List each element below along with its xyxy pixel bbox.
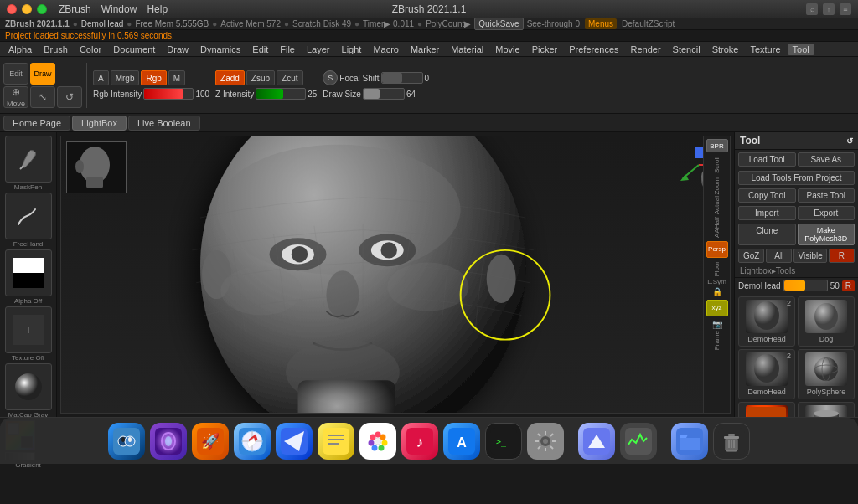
menu-brush[interactable]: Brush <box>39 44 73 55</box>
visible-button[interactable]: Visible <box>793 249 826 263</box>
l-sym-button[interactable]: L.Sym <box>707 278 726 285</box>
dock-activity-monitor[interactable] <box>620 423 657 460</box>
menu-preferences[interactable]: Preferences <box>564 44 623 55</box>
menu-texture[interactable]: Texture <box>745 44 785 55</box>
app-menu-zbrush[interactable]: ZBrush <box>59 3 91 15</box>
xyz-button[interactable]: xyz <box>706 300 728 316</box>
close-button[interactable] <box>7 4 17 14</box>
tab-live-boolean[interactable]: Live Boolean <box>128 116 200 131</box>
export-button[interactable]: Export <box>798 206 855 220</box>
maximize-button[interactable] <box>37 4 47 14</box>
zcut-button[interactable]: Zcut <box>277 70 302 85</box>
menu-tool[interactable]: Tool <box>788 44 814 55</box>
scale-button[interactable]: ⤡ <box>30 86 55 108</box>
tool-item-demohead2[interactable]: 2 DemoHead <box>738 349 795 399</box>
dock-terminal[interactable]: >_ <box>485 423 522 460</box>
symmetry-button[interactable]: S <box>323 70 338 85</box>
clone-button[interactable]: Clone <box>738 224 796 245</box>
viewport[interactable]: BPR Scroll Zoom Actual AAHalf Persp Floo… <box>60 136 731 414</box>
tab-homepage[interactable]: Home Page <box>3 116 70 131</box>
menu-layer[interactable]: Layer <box>302 44 335 55</box>
make-polymesh-button[interactable]: Make PolyMesh3D <box>798 224 855 245</box>
goz-button[interactable]: GoZ <box>738 249 764 263</box>
dock-safari[interactable] <box>234 423 271 460</box>
aahalf-button[interactable]: AAHalf <box>713 217 721 238</box>
draw-size-slider[interactable] <box>363 88 405 100</box>
dock-music[interactable]: ♪ <box>401 423 438 460</box>
frame-button[interactable]: Frame <box>713 331 721 350</box>
lightbox-label[interactable]: Lightbox▸Tools <box>735 265 858 278</box>
actual-button[interactable]: Actual <box>713 196 721 214</box>
search-icon[interactable]: ⌕ <box>806 3 818 15</box>
tool-item-demohead1[interactable]: 2 DemoHead <box>738 296 795 347</box>
menu-stencil[interactable]: Stencil <box>668 44 706 55</box>
tab-lightbox[interactable]: LightBox <box>72 116 127 131</box>
reset-icon[interactable]: ↺ <box>846 136 853 146</box>
paste-tool-button[interactable]: Paste Tool <box>798 188 855 203</box>
move-button[interactable]: ⊕ Move <box>3 86 28 108</box>
a-button[interactable]: A <box>93 70 109 85</box>
tool-item-cylinder3d[interactable]: Cylinder3D <box>798 402 855 417</box>
matcap-box[interactable] <box>5 363 52 410</box>
tool-item-polysphere[interactable]: PolySphere <box>798 349 855 399</box>
zsub-button[interactable]: Zsub <box>246 70 275 85</box>
tool-item-simplebrush[interactable]: S SimpleBrush <box>738 402 795 417</box>
freehand-box[interactable] <box>5 193 52 239</box>
dock-stickies[interactable] <box>318 423 354 460</box>
m-button[interactable]: M <box>168 70 185 85</box>
menu-movie[interactable]: Movie <box>490 44 525 55</box>
rgb-intensity-slider[interactable] <box>143 88 194 100</box>
mrgb-button[interactable]: Mrgb <box>111 70 140 85</box>
menu-alpha[interactable]: Alpha <box>3 44 37 55</box>
mask-pen-brush[interactable] <box>5 136 52 183</box>
alpha-selector[interactable]: Alpha Off <box>5 249 52 305</box>
copy-tool-button[interactable]: Copy Tool <box>738 188 796 203</box>
minimize-button[interactable] <box>22 4 32 14</box>
draw-button[interactable]: Draw <box>30 63 55 85</box>
menu-icon[interactable]: ≡ <box>840 3 851 15</box>
quicksave-button[interactable]: QuickSave <box>474 18 523 30</box>
all-button[interactable]: All <box>766 249 792 263</box>
demohead-slider[interactable] <box>783 280 828 291</box>
dock-folder[interactable] <box>671 423 708 460</box>
menu-light[interactable]: Light <box>337 44 367 55</box>
app-menu-help[interactable]: Help <box>147 3 168 15</box>
rotate-button[interactable]: ↺ <box>57 86 82 108</box>
menu-draw[interactable]: Draw <box>162 44 194 55</box>
bpr-button[interactable]: BPR <box>706 139 728 152</box>
menu-document[interactable]: Document <box>108 44 160 55</box>
dock-trash[interactable] <box>713 423 750 460</box>
menu-macro[interactable]: Macro <box>368 44 404 55</box>
menu-picker[interactable]: Picker <box>527 44 563 55</box>
scroll-button[interactable]: Scroll <box>713 154 721 176</box>
persp-button[interactable]: Persp <box>706 241 728 258</box>
menu-render[interactable]: Render <box>626 44 666 55</box>
app-menu-window[interactable]: Window <box>101 3 137 15</box>
dock-finder[interactable] <box>108 423 145 460</box>
lock-icon[interactable]: 🔒 <box>712 287 722 296</box>
menu-marker[interactable]: Marker <box>406 44 444 55</box>
z-intensity-slider[interactable] <box>256 88 306 100</box>
freehand-brush[interactable]: FreeHand <box>5 193 52 248</box>
dock-photos[interactable] <box>359 423 396 460</box>
save-as-button[interactable]: Save As <box>798 152 855 167</box>
load-from-project-button[interactable]: Load Tools From Project <box>738 171 855 185</box>
alpha-box[interactable] <box>5 249 52 296</box>
dock-preferences[interactable] <box>527 423 564 460</box>
brush-selector[interactable]: MaskPen <box>5 136 52 191</box>
zoom-button[interactable]: Zoom <box>713 177 721 194</box>
menu-material[interactable]: Material <box>446 44 488 55</box>
menus-button[interactable]: Menus <box>585 18 617 29</box>
rgb-button[interactable]: Rgb <box>141 70 166 85</box>
share-icon[interactable]: ↑ <box>823 3 835 15</box>
focal-shift-slider[interactable] <box>381 72 423 84</box>
dock-launchpad2[interactable] <box>578 423 615 460</box>
menu-file[interactable]: File <box>275 44 300 55</box>
dock-launchpad[interactable]: 🚀 <box>192 423 229 460</box>
camera-icon[interactable]: 📷 <box>712 320 722 329</box>
import-button[interactable]: Import <box>738 206 796 220</box>
load-tool-button[interactable]: Load Tool <box>738 152 796 167</box>
menu-stroke[interactable]: Stroke <box>707 44 744 55</box>
dock-siri[interactable] <box>150 423 187 460</box>
menu-dynamics[interactable]: Dynamics <box>195 44 246 55</box>
